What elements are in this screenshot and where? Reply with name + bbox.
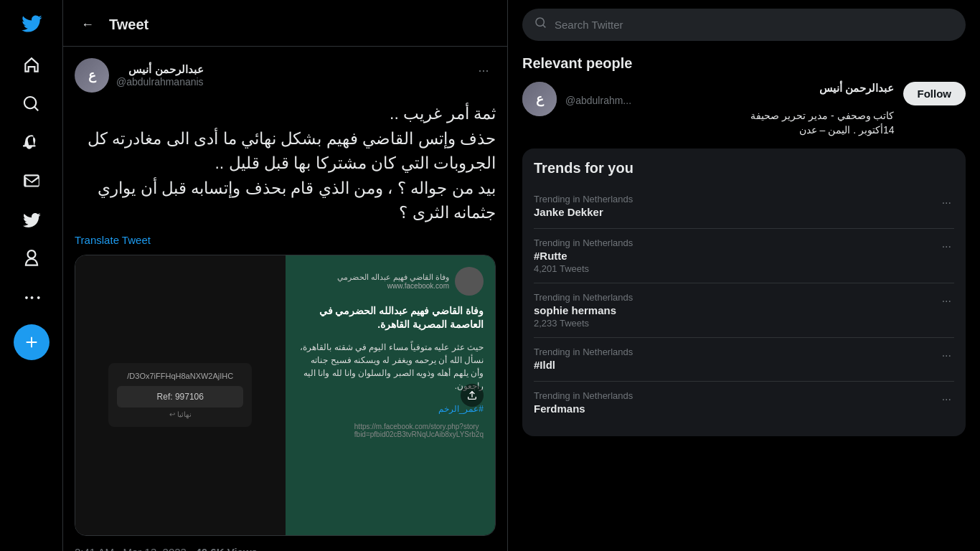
tweet-text-line2: حذف وإتس القاضي فهيم بشكل نهائي ما أدى ا… [75,126,496,176]
back-button[interactable]: ← [75,11,100,37]
search-icon [534,17,547,33]
translate-tweet-link[interactable]: Translate Tweet [75,234,496,246]
relevant-person-name: عبدالرحمن أنيس [565,82,895,95]
sidebar-item-home[interactable] [14,47,50,83]
trend-more-icon-0[interactable]: ··· [939,194,954,212]
sidebar-item-profile[interactable] [14,241,50,277]
tweet-text: ثمة أمر غريب .. حذف وإتس القاضي فهيم بشك… [75,101,496,225]
tweet-image-right: وفاة القاضي فهيم عبداله الحضرمي www.face… [286,255,496,535]
sidebar [0,0,63,551]
relevant-person-bio: كاتب وصحفي - مدير تحرير صحيفة 14أكتوبر .… [565,109,895,137]
tweet-author-row: ع عبدالرحمن أنيس @abdulrahmananis ··· [75,58,496,93]
sidebar-item-more[interactable] [14,280,50,316]
relevant-person-avatar[interactable]: ع [522,82,557,116]
sidebar-item-explore[interactable] [14,86,50,122]
death-title: وفاة القاضي فهيم عبدالله الحضرمي في العا… [297,304,484,332]
trends-title: Trends for you [534,160,954,176]
tweet-text-line3: بيد من جواله ؟ ، ومن الذي قام بحذف وإتسا… [75,176,496,225]
search-bar [522,9,966,41]
death-link: https://m.facebook.com/story.php?storyfb… [354,423,484,438]
relevant-people-title: Relevant people [522,55,966,72]
death-body: حيث عثر عليه متوفياً مساء اليوم في شقته … [297,341,484,392]
sidebar-item-messages[interactable] [14,164,50,199]
tweet-timestamp: 2:41 AM · Mar 13, 2023 · 40.6K Views [75,546,496,552]
author-handle: @abdulrahmananis [116,76,204,88]
sidebar-item-twitter-blue[interactable] [14,202,50,238]
twitter-logo[interactable] [14,6,50,42]
avatar[interactable]: ع [75,58,109,93]
tweet-author-info: ع عبدالرحمن أنيس @abdulrahmananis [75,58,204,93]
tweet-text-line1: ثمة أمر غريب .. [75,101,496,126]
death-notice-avatar [455,267,484,296]
relevant-person-card: ع عبدالرحمن أنيس @abdulrahm... كاتب وصحف… [522,82,966,137]
relevant-people-section: Relevant people ع عبدالرحمن أنيس @abdulr… [522,55,966,137]
share-icon[interactable] [461,384,484,407]
main-content: ← Tweet ع عبدالرحمن أنيس @abdulrahmanani… [63,0,508,551]
compose-tweet-button[interactable] [14,324,50,360]
trend-more-icon-3[interactable]: ··· [939,347,954,365]
tweet-more-button[interactable]: ··· [471,58,496,83]
trend-item-3[interactable]: Trending in Netherlands #Ildl ··· [534,338,954,382]
search-input[interactable] [555,19,953,31]
tweet-media: /D3Ox7iFFHqH8aNXW2AjIHC Ref: 997106 نهائ… [75,255,496,536]
sidebar-item-notifications[interactable] [14,125,50,161]
trend-item-2[interactable]: Trending in Netherlands sophie hermans 2… [534,283,954,338]
tweet-views: 40.6K Views [195,546,257,552]
author-name: عبدالرحمن أنيس [116,63,204,76]
tweet-body: ع عبدالرحمن أنيس @abdulrahmananis ··· ثم… [63,47,507,551]
trend-item-4[interactable]: Trending in Netherlands Ferdmans ··· [534,382,954,425]
follow-button[interactable]: Follow [903,82,966,105]
ref-bar: Ref: 997106 [117,386,243,408]
trends-section: Trends for you Trending in Netherlands J… [522,149,966,436]
trend-more-icon-1[interactable]: ··· [939,237,954,256]
trend-item-1[interactable]: Trending in Netherlands #Rutte 4,201 Twe… [534,229,954,283]
tweet-image-left: /D3Ox7iFFHqH8aNXW2AjIHC Ref: 997106 نهائ… [75,255,286,535]
right-sidebar: Relevant people ع عبدالرحمن أنيس @abdulr… [508,0,980,551]
tweet-detail-header: ← Tweet [63,0,507,47]
relevant-person-handle: @abdulrahm... [565,95,895,106]
tweet-header-title: Tweet [109,17,149,33]
trend-more-icon-4[interactable]: ··· [939,390,954,409]
trend-item-0[interactable]: Trending in Netherlands Janke Dekker ··· [534,185,954,229]
trend-more-icon-2[interactable]: ··· [939,292,954,311]
